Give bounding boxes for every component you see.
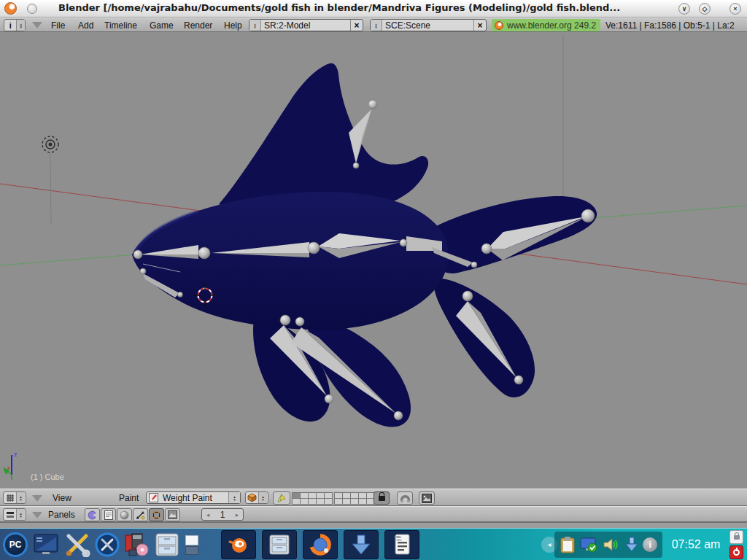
- window-menu-button[interactable]: [27, 4, 37, 14]
- render-view-button[interactable]: [419, 491, 435, 505]
- pivot-button[interactable]: [273, 491, 290, 505]
- control-center-button[interactable]: [93, 531, 121, 559]
- buttons-window-body: [0, 522, 747, 528]
- step-right-icon[interactable]: ▸: [231, 511, 243, 518]
- spinner-icon[interactable]: ▴▾: [16, 492, 25, 503]
- mode-value[interactable]: Weight Paint: [160, 493, 228, 503]
- desktop-icon: [34, 534, 58, 556]
- screen-selector-value[interactable]: SR:2-Model: [261, 20, 350, 31]
- install-software-button[interactable]: [123, 531, 150, 559]
- system-tray: i: [554, 532, 662, 558]
- bone-joint: [471, 262, 477, 268]
- firefox-icon: [309, 534, 331, 556]
- volume-icon[interactable]: [603, 537, 620, 553]
- menu-panels[interactable]: Panels: [48, 510, 75, 520]
- editor-type-button-buttons[interactable]: ▴▾: [3, 508, 26, 521]
- layer-toggle[interactable]: [324, 498, 333, 505]
- screen-selector[interactable]: ▴▾ SR:2-Model ×: [249, 19, 363, 31]
- menu-help[interactable]: Help: [224, 20, 242, 31]
- update-arrow-icon[interactable]: [625, 537, 638, 553]
- fish-body: [132, 192, 449, 330]
- logic-context-button[interactable]: [85, 508, 100, 521]
- image-icon: [168, 510, 177, 519]
- window-maximize-button[interactable]: ◇: [699, 3, 711, 15]
- pager-desktop-1[interactable]: [185, 535, 198, 545]
- frame-stepper[interactable]: ◂ 1 ▸: [201, 508, 244, 521]
- snap-button[interactable]: [397, 491, 413, 505]
- file-manager-button[interactable]: [153, 531, 181, 559]
- editor-type-button-3dview[interactable]: ▴▾: [3, 491, 26, 504]
- editor-type-button-userprefs[interactable]: i ▴▾: [4, 19, 26, 31]
- window-close-button[interactable]: ×: [729, 3, 741, 15]
- 3d-viewport[interactable]: z x (1 ) Cube: [0, 32, 747, 489]
- menu-view[interactable]: View: [53, 493, 71, 503]
- close-icon[interactable]: ×: [473, 20, 486, 31]
- task-downloader[interactable]: [344, 530, 379, 559]
- pager-desktop-2[interactable]: [185, 546, 198, 555]
- clipboard-icon[interactable]: [560, 536, 576, 553]
- header-collapse-toggle[interactable]: [32, 22, 42, 28]
- version-badge: www.blender.org 249.2: [492, 19, 600, 31]
- frame-value[interactable]: 1: [214, 510, 231, 520]
- menu-file[interactable]: File: [51, 20, 65, 31]
- viewport-scene: z x (1 ) Cube: [0, 32, 747, 489]
- logout-button[interactable]: [729, 545, 743, 559]
- spinner-icon[interactable]: ▴▾: [16, 20, 25, 31]
- header-collapse-toggle[interactable]: [32, 495, 42, 502]
- show-desktop-button[interactable]: [32, 531, 60, 559]
- editing-context-button[interactable]: [149, 508, 164, 521]
- userprefs-icon: i: [4, 20, 16, 31]
- lock-screen-button[interactable]: [729, 530, 743, 544]
- draw-type-dropdown[interactable]: ▴▾: [245, 491, 268, 504]
- menu-add[interactable]: Add: [78, 20, 93, 31]
- bone-joint: [133, 250, 142, 259]
- shading-context-button[interactable]: [117, 508, 132, 521]
- power-icon: [733, 549, 740, 556]
- header-collapse-toggle[interactable]: [32, 512, 42, 518]
- task-firefox[interactable]: [303, 530, 338, 559]
- scene-selector-value[interactable]: SCE:Scene: [382, 20, 473, 31]
- spinner-icon[interactable]: ▴▾: [249, 20, 261, 31]
- object-context-button[interactable]: [133, 508, 148, 521]
- task-file-manager[interactable]: [262, 530, 297, 559]
- close-icon[interactable]: ×: [350, 20, 363, 31]
- bone-joint: [400, 239, 407, 246]
- taskbar: PC: [0, 528, 747, 560]
- taskbar-clock[interactable]: 07:52 am: [665, 529, 727, 560]
- mini-axis-gizmo: z x: [3, 451, 18, 480]
- lock-button[interactable]: [374, 491, 390, 505]
- window-title: Blender [/home/vajrabahu/Documents/gold …: [58, 2, 620, 13]
- gizmo-x-label: x: [7, 464, 10, 471]
- desktop-pager[interactable]: [182, 531, 201, 559]
- menu-game[interactable]: Game: [150, 20, 174, 31]
- task-writer[interactable]: [384, 530, 419, 559]
- grid-icon: [4, 492, 16, 503]
- bone-joint: [178, 292, 183, 298]
- layer-buttons-group2[interactable]: [334, 492, 374, 504]
- configure-tools-button[interactable]: [64, 531, 92, 559]
- spinner-icon[interactable]: ▴▾: [16, 509, 25, 520]
- bone-joint: [295, 317, 304, 326]
- step-left-icon[interactable]: ◂: [202, 511, 214, 518]
- spinner-icon[interactable]: ▴▾: [371, 20, 382, 31]
- network-monitor-icon[interactable]: [580, 537, 597, 553]
- layer-buttons-group1[interactable]: [292, 492, 332, 504]
- spinner-icon[interactable]: ▴▾: [258, 492, 267, 503]
- script-context-button[interactable]: [101, 508, 116, 521]
- bone-joint: [325, 394, 333, 403]
- info-icon[interactable]: i: [643, 537, 657, 552]
- window-shade-button[interactable]: ∨: [678, 3, 690, 15]
- menu-timeline[interactable]: Timeline: [104, 20, 137, 31]
- bone-joint: [353, 163, 359, 168]
- mode-dropdown[interactable]: Weight Paint ▴▾: [146, 491, 241, 504]
- blender-logo-icon: [495, 21, 503, 30]
- menu-paint[interactable]: Paint: [119, 493, 139, 503]
- spinner-icon[interactable]: ▴▾: [228, 492, 240, 503]
- menu-launcher-button[interactable]: PC: [1, 531, 29, 559]
- scene-stats: Ve:1611 | Fa:1586 | Ob:5-1 | La:2: [605, 20, 735, 31]
- lamp-object[interactable]: [42, 136, 58, 152]
- task-blender[interactable]: [221, 530, 256, 559]
- scene-selector[interactable]: ▴▾ SCE:Scene ×: [370, 19, 487, 31]
- menu-render[interactable]: Render: [184, 20, 212, 31]
- scene-context-button[interactable]: [165, 508, 180, 521]
